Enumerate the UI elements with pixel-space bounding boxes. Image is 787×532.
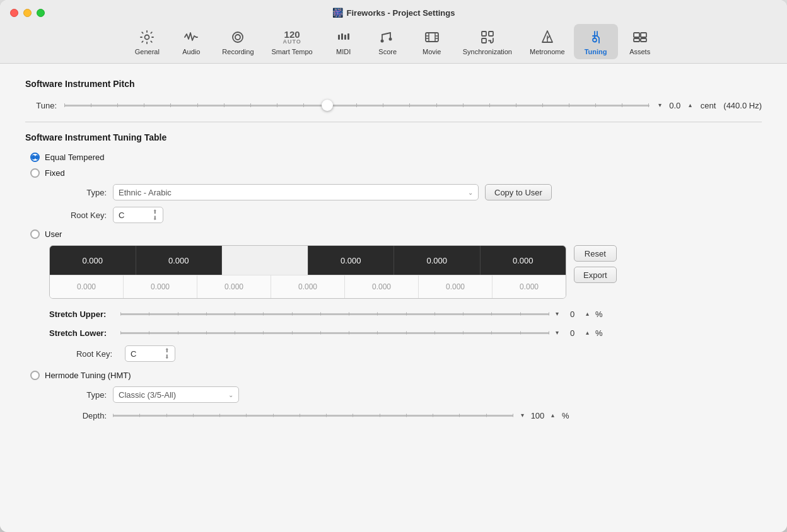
svg-rect-20: [489, 32, 493, 36]
hmt-depth-slider[interactable]: [113, 409, 513, 422]
stretch-lower-value: 0: [561, 328, 583, 338]
midi-icon: [336, 28, 351, 47]
radio-user[interactable]: User: [30, 229, 762, 239]
close-button[interactable]: [10, 9, 18, 17]
tuning-cell-bottom-5[interactable]: 0.000: [419, 275, 493, 298]
tune-unit-label: cent: [701, 101, 716, 110]
stretch-upper-slider[interactable]: [120, 308, 549, 320]
toolbar-item-smart-tempo[interactable]: 120 AUTO Smart Tempo: [263, 24, 322, 59]
tuning-cell-bottom-0[interactable]: 0.000: [50, 275, 124, 298]
stretch-upper-value-control: ▾ 0 ▴: [554, 309, 590, 319]
toolbar-recording-label: Recording: [222, 48, 254, 55]
toolbar-item-tuning[interactable]: Tuning: [574, 24, 618, 59]
main-window: 🎆 Fireworks - Project Settings General: [0, 0, 787, 532]
radio-user-input[interactable]: [30, 229, 40, 239]
titlebar-top: 🎆 Fireworks - Project Settings: [10, 8, 777, 18]
maximize-button[interactable]: [37, 9, 45, 17]
toolbar-item-audio[interactable]: Audio: [169, 24, 213, 59]
tuning-cell-bottom-3[interactable]: 0.000: [271, 275, 345, 298]
stretch-upper-track: [120, 313, 549, 315]
synchronization-icon: [480, 28, 495, 47]
tuning-cell-top-0[interactable]: 0.000: [50, 246, 136, 275]
window-title-text: Fireworks - Project Settings: [347, 8, 455, 18]
audio-icon: [184, 28, 199, 47]
tune-increment-button[interactable]: ▴: [687, 102, 693, 108]
user-root-key-row: Root Key: C ⬆⬇: [49, 345, 762, 362]
tuning-grid-bottom: 0.000 0.000 0.000 0.000 0.000 0.000 0.00…: [50, 275, 566, 298]
hmt-depth-track: [113, 415, 513, 417]
toolbar-item-general[interactable]: General: [125, 24, 169, 59]
radio-fixed-input[interactable]: [30, 168, 40, 178]
radio-fixed[interactable]: Fixed: [30, 168, 762, 178]
tuning-cell-bottom-6[interactable]: 0.000: [493, 275, 566, 298]
toolbar-item-synchronization[interactable]: Synchronization: [454, 24, 521, 59]
toolbar-item-movie[interactable]: Movie: [410, 24, 454, 59]
user-root-key-dropdown[interactable]: C ⬆⬇: [125, 345, 175, 362]
user-root-key-arrow-icon: ⬆⬇: [165, 347, 170, 360]
tuning-cell-bottom-4[interactable]: 0.000: [345, 275, 419, 298]
svg-point-11: [388, 38, 392, 41]
stretch-lower-decrement-button[interactable]: ▾: [554, 330, 560, 336]
tune-slider-container: [64, 99, 650, 112]
hmt-type-dropdown[interactable]: Classic (3/5-All) ⌄: [113, 386, 239, 403]
tune-slider-track: [64, 105, 650, 107]
tune-slider-thumb[interactable]: [322, 100, 333, 111]
hmt-depth-increment-button[interactable]: ▴: [550, 412, 556, 419]
window-controls: [10, 9, 45, 17]
tuning-cell-top-4[interactable]: 0.000: [394, 246, 481, 275]
fixed-controls: Type: Ethnic - Arabic ⌄ Copy to User Roo…: [59, 184, 762, 223]
stretch-lower-label: Stretch Lower:: [49, 328, 115, 338]
hmt-type-value: Classic (3/5-All): [119, 390, 176, 400]
type-field-row: Type: Ethnic - Arabic ⌄ Copy to User: [59, 184, 762, 200]
toolbar-item-score[interactable]: Score: [366, 24, 410, 59]
tuning-grid: 0.000 0.000 0.000 0.000 0.000 0.000 0.00…: [49, 245, 566, 299]
hmt-depth-decrement-button[interactable]: ▾: [520, 412, 525, 419]
radio-equal-tempered-input[interactable]: [30, 153, 40, 162]
stretch-upper-decrement-button[interactable]: ▾: [554, 311, 560, 317]
tuning-grid-top: 0.000 0.000 0.000 0.000 0.000: [50, 246, 566, 275]
stretch-lower-slider[interactable]: [120, 327, 549, 339]
tuning-cell-top-3[interactable]: 0.000: [308, 246, 395, 275]
stretch-lower-value-control: ▾ 0 ▴: [554, 328, 590, 338]
tune-value-spinner: ▾ 0.0 ▴: [657, 101, 693, 110]
stretch-lower-increment-button[interactable]: ▴: [585, 330, 590, 336]
svg-point-0: [145, 35, 149, 40]
window-icon: 🎆: [332, 8, 343, 18]
stretch-upper-percent: %: [595, 309, 603, 319]
movie-icon: [424, 28, 440, 47]
radio-equal-tempered[interactable]: Equal Tempered: [30, 153, 762, 162]
tuning-grid-container: 0.000 0.000 0.000 0.000 0.000 0.000 0.00…: [49, 245, 762, 299]
hermode-controls: Type: Classic (3/5-All) ⌄ Depth:: [59, 386, 762, 422]
hmt-depth-label: Depth:: [59, 411, 107, 420]
radio-hermode-input[interactable]: [30, 371, 40, 380]
toolbar-item-assets[interactable]: Assets: [618, 24, 662, 59]
toolbar-item-recording[interactable]: Recording: [213, 24, 262, 59]
toolbar-score-label: Score: [378, 48, 397, 55]
export-button[interactable]: Export: [574, 267, 617, 283]
hmt-depth-percent: %: [562, 411, 569, 420]
pitch-section-title: Software Instrument Pitch: [25, 79, 762, 89]
tuning-cell-top-5[interactable]: 0.000: [481, 246, 566, 275]
stretch-upper-increment-button[interactable]: ▴: [585, 311, 590, 317]
tuning-radio-group: Equal Tempered Fixed Type: Ethnic - Arab…: [30, 153, 762, 422]
hmt-dropdown-arrow-icon: ⌄: [228, 391, 233, 398]
toolbar-item-metronome[interactable]: Metronome: [521, 24, 574, 59]
type-dropdown[interactable]: Ethnic - Arabic ⌄: [113, 184, 479, 200]
radio-hermode[interactable]: Hermode Tuning (HMT): [30, 371, 762, 380]
tune-hz-label: (440.0 Hz): [723, 101, 762, 110]
toolbar-metronome-label: Metronome: [530, 48, 565, 55]
stretch-upper-label: Stretch Upper:: [49, 309, 115, 319]
reset-button[interactable]: Reset: [574, 245, 617, 262]
tuning-cell-bottom-2[interactable]: 0.000: [197, 275, 271, 298]
copy-to-user-button[interactable]: Copy to User: [485, 184, 552, 200]
tuning-cell-bottom-1[interactable]: 0.000: [124, 275, 197, 298]
minimize-button[interactable]: [23, 9, 32, 17]
root-key-dropdown[interactable]: C ⬆⬇: [113, 207, 163, 223]
tune-decrement-button[interactable]: ▾: [657, 102, 663, 108]
tuning-cell-top-1[interactable]: 0.000: [136, 246, 223, 275]
hmt-type-label: Type:: [59, 390, 107, 400]
toolbar-item-midi[interactable]: MIDI: [322, 24, 366, 59]
toolbar-smart-tempo-label: Smart Tempo: [272, 48, 313, 55]
content-area: Software Instrument Pitch Tune:: [0, 64, 787, 532]
stretch-lower-row: Stretch Lower:: [49, 327, 762, 339]
